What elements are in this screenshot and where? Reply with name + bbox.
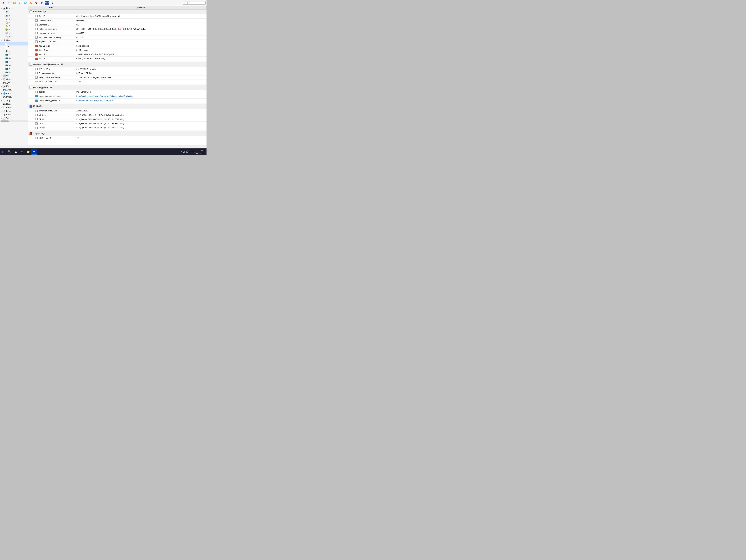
toolbar: ↺ 📄 🔽 🖥 🌐 🔥 📅 👤 OSD ⚙ — [0, 0, 206, 6]
search-input[interactable] — [184, 2, 204, 4]
scrollbar-area[interactable] — [0, 120, 28, 122]
show-desktop-button[interactable] — [204, 149, 205, 155]
cache-icon — [35, 49, 37, 52]
sidebar-item-c3[interactable]: ▦ С... — [0, 49, 28, 53]
timer-icon: ⚡ — [35, 81, 37, 83]
row-package-size: Размеры корпуса 37.5 mm x 37.5 mm — [28, 71, 206, 75]
field-board-id-value: A M I ALASKA — [75, 109, 206, 113]
v1-icon: 💻 — [5, 14, 8, 17]
sidebar-item-i1[interactable]: 📋 II... — [0, 21, 28, 24]
taskbar-search-button[interactable]: 🔍 — [6, 149, 12, 155]
field-l1-code-label: Кэш L1 кода — [28, 44, 75, 48]
g1-icon: 📊 — [5, 32, 8, 34]
settings-button[interactable]: ⚙ — [50, 1, 55, 5]
cache-icon — [35, 58, 37, 60]
monitor-button[interactable]: 🖥 — [18, 1, 22, 5]
sidebar-item-p1[interactable]: 🔥 Р... — [0, 24, 28, 28]
sidebar-item-s1[interactable]: 📺 S... — [0, 56, 28, 60]
e2-icon: 📺 — [5, 63, 8, 66]
field-driver-update-value[interactable]: http://www.aida64.com/goto/?p=drvupdates — [75, 98, 206, 102]
row-process: Технологический процесс 22 nm, CMOS, Cu,… — [28, 75, 206, 80]
sidebar-item-u1[interactable]: 📺 U... — [0, 60, 28, 63]
user-button[interactable]: 👤 — [39, 1, 44, 5]
sidebar-item-kon[interactable]: ▶ ⚙ Конс... — [0, 109, 28, 113]
section-icon — [30, 63, 32, 66]
sidebar-item-c1[interactable]: 💻 С... — [0, 10, 28, 13]
content-area: ▼ 💻 Ком... 💻 С... 💻 V... 🖥 D... — [0, 6, 206, 145]
network-button[interactable]: 🌐 — [23, 1, 27, 5]
sidebar-item-d2[interactable]: 🕐 Д... — [0, 35, 28, 38]
field-cpu3-label: CPU #3 — [28, 121, 75, 126]
sidebar-item-d1[interactable]: 🖥 D... — [0, 17, 28, 21]
flame-button[interactable]: 🔥 — [28, 1, 33, 5]
sidebar-item-hra[interactable]: ▶ 💾 Хран... — [0, 88, 28, 92]
osd-button[interactable]: OSD — [45, 1, 49, 5]
tray-arrow[interactable]: ∧ — [181, 151, 182, 153]
multi-cpu-icon — [30, 105, 32, 108]
field-icon — [35, 127, 37, 129]
product-link[interactable]: https://ark.intel.com/content/www/us/en/… — [77, 95, 134, 97]
sidebar-item-b1[interactable]: 📺 В... — [0, 67, 28, 70]
nav-button[interactable]: 🔽 — [12, 1, 17, 5]
sidebar-item-ust[interactable]: ▶ 🖨 Устр... — [0, 99, 28, 102]
field-core1-load-label: ЦП 1 / Ядро 1 — [28, 136, 75, 140]
sidebar-item-ser[interactable]: ▶ 📋 Серг... — [0, 78, 28, 81]
tray-volume-icon[interactable]: 🔊 — [186, 150, 189, 153]
taskbar-aida64[interactable]: 64 — [31, 149, 37, 155]
row-cpu1: CPU #1 Intel(R) Core(TM) i5-4670 CPU @ 3… — [28, 113, 206, 117]
section-label: Свойства ЦП — [33, 11, 46, 13]
field-cpu-alias-value: Haswell-DT — [75, 19, 206, 23]
field-cpu2-value: Intel(R) Core(TM) i5-4670 CPU @ 3.40GHz,… — [75, 117, 206, 121]
field-l3-label: Кэш L3 — [28, 57, 75, 61]
pro-icon: 📸 — [3, 102, 6, 106]
sidebar-item-system[interactable]: ▼ 🖥 Сист... — [0, 38, 28, 42]
sidebar-item-one[interactable]: ▶ 🪟 One|... — [0, 74, 28, 78]
sidebar-item-tes[interactable]: ▶ 🔬 Тест... — [0, 116, 28, 120]
taskbar-explorer[interactable]: 📁 — [25, 149, 31, 155]
arrow-icon: ▶ — [1, 117, 3, 119]
taskbar-clock[interactable]: 12:27 06.05.202... — [194, 149, 203, 154]
sidebar-item-mul[interactable]: ▶ 🔊 Мул... — [0, 85, 28, 88]
section-multi-cpu-label: Multi CPU — [33, 105, 42, 108]
sidebar-item-a1[interactable]: 📺 А... — [0, 70, 28, 74]
sidebar-item-g1[interactable]: 📊 Г... — [0, 31, 28, 35]
sidebar-item-pro[interactable]: ▶ 📸 Про... — [0, 102, 28, 106]
i1-icon: 📋 — [5, 21, 8, 24]
row-product-info: Информация о продукте https://ark.intel.… — [28, 94, 206, 98]
field-icon — [35, 36, 37, 38]
a1-icon: 📺 — [5, 71, 8, 73]
taskbar-chrome[interactable]: ● — [19, 149, 25, 155]
cpu-load-icon: ⏳ — [30, 132, 32, 135]
search-box[interactable] — [183, 1, 205, 4]
sidebar-item-v1[interactable]: 💻 V... — [0, 13, 28, 17]
calendar-button[interactable]: 📅 — [34, 1, 38, 5]
field-product-info-value[interactable]: https://ark.intel.com/content/www/us/en/… — [75, 94, 206, 98]
taskbar-taskview[interactable]: ⧉ — [13, 149, 19, 155]
field-tdp-label: ⚡ Типичная мощность — [28, 80, 75, 84]
row-company: Фирма Intel Corporation — [28, 90, 206, 94]
driver-link[interactable]: http://www.aida64.com/goto/?p=drvupdates — [77, 99, 114, 101]
sidebar-item-dir[interactable]: ▶ 🎮 Direc... — [0, 95, 28, 99]
field-board-id-label: ID системной платы — [28, 109, 75, 113]
sidebar-item-net[interactable]: ▶ 🌐 Сеть... — [0, 92, 28, 95]
sidebar-item-c2[interactable]: С... — [0, 46, 28, 49]
field-package-type-value: 1150 Contact FC-LGA — [75, 67, 206, 71]
sidebar-item-g2[interactable]: 📺 Г... — [0, 53, 28, 56]
sidebar-item-e1[interactable]: 🟢 З... — [0, 28, 28, 31]
sidebar-item-bez[interactable]: ▶ 🛡 Безо... — [0, 106, 28, 109]
field-company-label: Фирма — [28, 90, 75, 94]
one-icon: 🪟 — [3, 74, 6, 77]
start-button[interactable]: ⊞ — [0, 149, 6, 155]
field-l3-value: 6 МБ (On-Die, ECC, Full-Speed) — [75, 57, 206, 61]
refresh-button[interactable]: ↺ — [1, 1, 5, 5]
taskbar: ⊞ 🔍 ⧉ ● 📁 64 ∧ 🖥 🔊 РУС 12:27 06.05.202..… — [0, 148, 206, 155]
section-cpu-props: Свойства ЦП — [28, 9, 206, 14]
sidebar-item-l1[interactable]: Л... — [0, 42, 28, 46]
row-board-id: ID системной платы A M I ALASKA — [28, 109, 206, 113]
sidebar-item-dis[interactable]: ▶ 💾 Диск... — [0, 81, 28, 85]
sidebar-item-computer[interactable]: ▼ 💻 Ком... — [0, 6, 28, 10]
sidebar-item-baz[interactable]: ▶ 🗄 База... — [0, 113, 28, 116]
sidebar-item-e2[interactable]: 📺 Е... — [0, 63, 28, 67]
field-icon — [35, 15, 37, 18]
report-button[interactable]: 📄 — [6, 1, 11, 5]
